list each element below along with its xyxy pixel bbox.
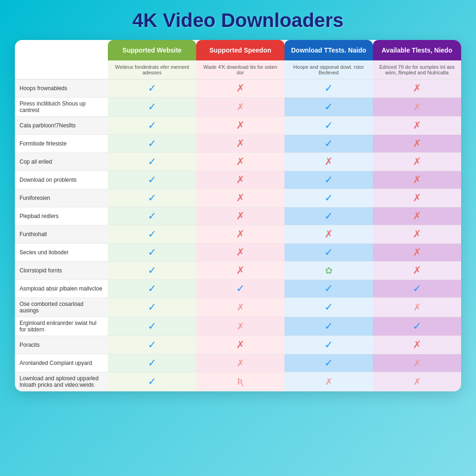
check-yes-icon: ✓ — [148, 210, 156, 222]
desc-download: Hoope and sipponal dowt. rstor Bedeved — [284, 60, 373, 79]
feature-label: Clorrstopid fornts — [15, 262, 108, 280]
available-check: ✗ — [373, 153, 461, 171]
feature-label: Download on problents — [15, 171, 108, 189]
check-yes-icon: ✓ — [148, 192, 156, 204]
check-partial-icon: ✗ — [237, 302, 245, 312]
check-partial-icon: ✗ — [325, 377, 333, 387]
check-no-icon: ✗ — [413, 339, 421, 350]
table-row: Asmpload absir plbalen mallvcloe ✓ ✓ ✓ ✓ — [15, 280, 461, 298]
download-check: ✓ — [284, 207, 373, 225]
col-header-feature — [15, 40, 108, 60]
speed-check: ✓ — [196, 280, 284, 298]
table-row: Poracits ✓ ✗ ✓ ✗ — [15, 336, 461, 354]
table-row: Formitode firlesiste ✓ ✗ ✓ ✗ — [15, 135, 461, 153]
website-check: ✓ — [108, 372, 196, 391]
check-yes-icon: ✓ — [413, 283, 421, 294]
website-check: ✓ — [108, 336, 196, 354]
check-no-icon: ✗ — [413, 228, 421, 240]
check-partial-icon: ✗ — [413, 302, 421, 312]
feature-label: Ose comborted cosarload ausings — [15, 298, 108, 317]
download-check: ✓ — [284, 354, 373, 372]
table-row: Aronlanded Complant upyard ✓ ✗ ✓ ✗ — [15, 354, 461, 372]
available-check: ✗ — [373, 336, 461, 354]
speed-check: Ʀ — [196, 372, 284, 391]
speed-check: ✗ — [196, 189, 284, 207]
table-row: Cala parbloon!7Nesllts ✓ ✗ ✓ ✗ — [15, 117, 461, 135]
table-row: Piress inclilituich Shous up cantrest ✓ … — [15, 98, 461, 117]
check-yes-icon: ✓ — [324, 138, 333, 149]
feature-label: Piress inclilituich Shous up cantrest — [15, 98, 108, 117]
website-check: ✓ — [108, 135, 196, 153]
table-row: Cop all eriled ✓ ✗ ✗ ✗ — [15, 153, 461, 171]
feature-label: Asmpload absir plbalen mallvcloe — [15, 280, 108, 298]
check-yes-icon: ✓ — [148, 156, 156, 167]
download-check: ✓ — [284, 336, 373, 354]
download-check: ✓ — [284, 135, 373, 153]
check-no-icon: ✗ — [236, 156, 245, 167]
feature-label: Secies und lioboder — [15, 244, 108, 262]
feature-label: Hoops frownableds — [15, 79, 108, 98]
check-yes-icon: ✓ — [148, 283, 156, 294]
speed-check: ✗ — [196, 336, 284, 354]
check-yes-icon: ✓ — [148, 82, 156, 94]
feature-label: Poracits — [15, 336, 108, 354]
website-check: ✓ — [108, 207, 196, 225]
website-check: ✓ — [108, 354, 196, 372]
check-no-icon: ✗ — [324, 156, 333, 167]
check-yes-icon: ✓ — [324, 283, 333, 294]
check-partial-icon: ✗ — [413, 358, 421, 368]
check-yes-icon: ✓ — [324, 246, 333, 258]
check-no-icon: ✗ — [236, 138, 245, 149]
speed-check: ✗ — [196, 207, 284, 225]
check-partial-icon: ✗ — [413, 377, 421, 387]
check-yes-icon: ✓ — [324, 192, 333, 204]
check-no-icon: ✗ — [413, 210, 421, 222]
download-check: ✗ — [284, 225, 373, 244]
available-check: ✗ — [373, 225, 461, 244]
website-check: ✓ — [108, 225, 196, 244]
website-check: ✓ — [108, 79, 196, 98]
download-check: ✗ — [284, 153, 373, 171]
feature-label: Erginloard eniiranrder swiat hul for sit… — [15, 317, 108, 336]
col-header-download: Download TTests. Naido — [284, 40, 373, 60]
check-no-icon: ✗ — [413, 264, 421, 276]
website-check: ✓ — [108, 317, 196, 336]
check-no-icon: ✗ — [413, 174, 421, 185]
download-check: ✓ — [284, 280, 373, 298]
check-yes-icon: ✓ — [324, 119, 333, 131]
check-special-icon: ✿ — [325, 265, 333, 276]
website-check: ✓ — [108, 153, 196, 171]
check-yes-icon: ✓ — [324, 210, 333, 222]
available-check: ✗ — [373, 298, 461, 317]
speed-check: ✗ — [196, 354, 284, 372]
speed-check: ✗ — [196, 317, 284, 336]
feature-label: Plepbad redlers — [15, 207, 108, 225]
check-yes-icon: ✓ — [148, 101, 156, 112]
check-yes-icon: ✓ — [148, 138, 156, 149]
speed-check: ✗ — [196, 153, 284, 171]
check-yes-icon: ✓ — [148, 246, 156, 258]
check-no-icon: ✗ — [413, 246, 421, 258]
download-check: ✓ — [284, 79, 373, 98]
desc-available: Edriced 7II do for sumples inl ass wiim,… — [373, 60, 461, 79]
check-partial-icon: ✗ — [413, 102, 421, 112]
speed-check: ✗ — [196, 225, 284, 244]
download-check: ✗ — [284, 372, 373, 391]
download-check: ✓ — [284, 244, 373, 262]
check-yes-icon: ✓ — [324, 301, 333, 313]
col-header-website: Supported Website — [108, 40, 196, 60]
check-no-icon: ✗ — [413, 156, 421, 167]
check-no-icon: ✗ — [413, 138, 421, 149]
check-no-icon: ✗ — [236, 246, 245, 258]
check-partial-icon: ✗ — [237, 102, 245, 112]
download-check: ✓ — [284, 317, 373, 336]
check-special2-icon: Ʀ — [237, 377, 244, 387]
feature-label: Funthiohall — [15, 225, 108, 244]
check-no-icon: ✗ — [236, 264, 245, 276]
available-check: ✗ — [373, 262, 461, 280]
available-check: ✗ — [373, 189, 461, 207]
table-row: Erginloard eniiranrder swiat hul for sit… — [15, 317, 461, 336]
comparison-table: Supported Website Supported Speedon Down… — [15, 40, 461, 391]
speed-check: ✗ — [196, 117, 284, 135]
website-check: ✓ — [108, 262, 196, 280]
